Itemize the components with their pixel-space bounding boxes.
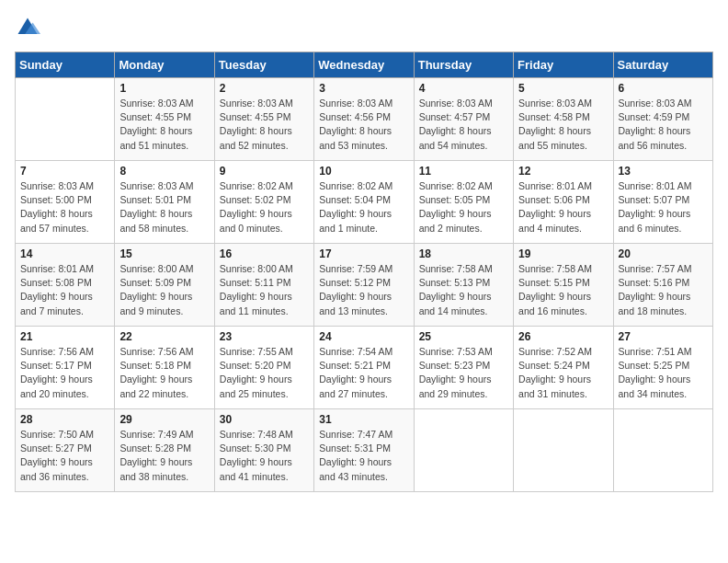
calendar-table: SundayMondayTuesdayWednesdayThursdayFrid…: [15, 52, 713, 492]
day-number: 12: [518, 165, 608, 178]
calendar-week-row: 14Sunrise: 8:01 AMSunset: 5:08 PMDayligh…: [16, 244, 713, 327]
day-info: Sunrise: 8:01 AMSunset: 5:08 PMDaylight:…: [20, 262, 109, 318]
calendar-cell: [414, 409, 513, 492]
day-info: Sunrise: 8:03 AMSunset: 4:57 PMDaylight:…: [419, 97, 508, 153]
day-info: Sunrise: 8:03 AMSunset: 5:01 PMDaylight:…: [119, 179, 209, 236]
calendar-cell: 12Sunrise: 8:01 AMSunset: 5:06 PMDayligh…: [514, 161, 613, 244]
calendar-cell: 13Sunrise: 8:01 AMSunset: 5:07 PMDayligh…: [613, 161, 712, 244]
day-info: Sunrise: 7:50 AMSunset: 5:27 PMDaylight:…: [20, 428, 109, 484]
calendar-cell: 2Sunrise: 8:03 AMSunset: 4:55 PMDaylight…: [214, 78, 313, 161]
day-number: 6: [619, 82, 708, 95]
day-number: 23: [220, 330, 309, 343]
day-number: 20: [619, 247, 708, 260]
day-info: Sunrise: 7:54 AMSunset: 5:21 PMDaylight:…: [319, 345, 408, 401]
day-number: 2: [220, 82, 309, 95]
day-info: Sunrise: 7:48 AMSunset: 5:30 PMDaylight:…: [220, 428, 309, 484]
day-of-week-header: Tuesday: [214, 52, 313, 78]
calendar-cell: 19Sunrise: 7:58 AMSunset: 5:15 PMDayligh…: [514, 244, 613, 327]
day-number: 8: [119, 165, 209, 178]
day-info: Sunrise: 8:01 AMSunset: 5:07 PMDaylight:…: [619, 179, 708, 236]
day-number: 25: [419, 330, 508, 343]
day-number: 26: [518, 330, 608, 343]
day-info: Sunrise: 8:00 AMSunset: 5:11 PMDaylight:…: [220, 262, 309, 318]
page-header: [15, 15, 713, 40]
calendar-cell: 1Sunrise: 8:03 AMSunset: 4:55 PMDaylight…: [115, 78, 214, 161]
day-info: Sunrise: 7:59 AMSunset: 5:12 PMDaylight:…: [319, 262, 408, 318]
calendar-cell: 24Sunrise: 7:54 AMSunset: 5:21 PMDayligh…: [314, 327, 414, 409]
calendar-cell: 9Sunrise: 8:02 AMSunset: 5:02 PMDaylight…: [214, 161, 313, 244]
day-number: 13: [619, 165, 708, 178]
day-number: 1: [119, 82, 209, 95]
calendar-cell: 3Sunrise: 8:03 AMSunset: 4:56 PMDaylight…: [314, 78, 414, 161]
day-of-week-header: Monday: [115, 52, 214, 78]
day-number: 14: [20, 247, 109, 260]
day-number: 27: [619, 330, 708, 343]
day-number: 31: [319, 413, 408, 426]
day-info: Sunrise: 8:03 AMSunset: 4:58 PMDaylight:…: [518, 97, 608, 153]
day-number: 4: [419, 82, 508, 95]
day-info: Sunrise: 8:02 AMSunset: 5:05 PMDaylight:…: [419, 179, 508, 236]
calendar-cell: 5Sunrise: 8:03 AMSunset: 4:58 PMDaylight…: [514, 78, 613, 161]
day-number: 10: [319, 165, 408, 178]
day-info: Sunrise: 7:51 AMSunset: 5:25 PMDaylight:…: [619, 345, 708, 401]
calendar-week-row: 28Sunrise: 7:50 AMSunset: 5:27 PMDayligh…: [16, 409, 713, 492]
day-number: 24: [319, 330, 408, 343]
calendar-cell: 26Sunrise: 7:52 AMSunset: 5:24 PMDayligh…: [514, 327, 613, 409]
calendar-cell: 15Sunrise: 8:00 AMSunset: 5:09 PMDayligh…: [115, 244, 214, 327]
day-info: Sunrise: 8:02 AMSunset: 5:04 PMDaylight:…: [319, 179, 408, 236]
calendar-cell: 31Sunrise: 7:47 AMSunset: 5:31 PMDayligh…: [314, 409, 414, 492]
calendar-cell: 11Sunrise: 8:02 AMSunset: 5:05 PMDayligh…: [414, 161, 513, 244]
day-number: 3: [319, 82, 408, 95]
day-info: Sunrise: 7:56 AMSunset: 5:17 PMDaylight:…: [20, 345, 109, 401]
calendar-cell: 29Sunrise: 7:49 AMSunset: 5:28 PMDayligh…: [115, 409, 214, 492]
calendar-cell: 17Sunrise: 7:59 AMSunset: 5:12 PMDayligh…: [314, 244, 414, 327]
day-info: Sunrise: 7:49 AMSunset: 5:28 PMDaylight:…: [119, 428, 209, 484]
calendar-week-row: 21Sunrise: 7:56 AMSunset: 5:17 PMDayligh…: [16, 327, 713, 409]
calendar-cell: 22Sunrise: 7:56 AMSunset: 5:18 PMDayligh…: [115, 327, 214, 409]
calendar-cell: 18Sunrise: 7:58 AMSunset: 5:13 PMDayligh…: [414, 244, 513, 327]
calendar-cell: 30Sunrise: 7:48 AMSunset: 5:30 PMDayligh…: [214, 409, 313, 492]
day-info: Sunrise: 8:03 AMSunset: 4:56 PMDaylight:…: [319, 97, 408, 153]
calendar-cell: 23Sunrise: 7:55 AMSunset: 5:20 PMDayligh…: [214, 327, 313, 409]
day-number: 7: [20, 165, 109, 178]
day-info: Sunrise: 7:47 AMSunset: 5:31 PMDaylight:…: [319, 428, 408, 484]
day-number: 18: [419, 247, 508, 260]
calendar-header-row: SundayMondayTuesdayWednesdayThursdayFrid…: [16, 52, 713, 78]
day-info: Sunrise: 7:52 AMSunset: 5:24 PMDaylight:…: [518, 345, 608, 401]
calendar-cell: 10Sunrise: 8:02 AMSunset: 5:04 PMDayligh…: [314, 161, 414, 244]
calendar-cell: 14Sunrise: 8:01 AMSunset: 5:08 PMDayligh…: [16, 244, 115, 327]
day-of-week-header: Saturday: [613, 52, 712, 78]
calendar-cell: [16, 78, 115, 161]
calendar-cell: 16Sunrise: 8:00 AMSunset: 5:11 PMDayligh…: [214, 244, 313, 327]
day-info: Sunrise: 8:00 AMSunset: 5:09 PMDaylight:…: [119, 262, 209, 318]
calendar-cell: 25Sunrise: 7:53 AMSunset: 5:23 PMDayligh…: [414, 327, 513, 409]
day-number: 21: [20, 330, 109, 343]
calendar-cell: 7Sunrise: 8:03 AMSunset: 5:00 PMDaylight…: [16, 161, 115, 244]
calendar-cell: 8Sunrise: 8:03 AMSunset: 5:01 PMDaylight…: [115, 161, 214, 244]
calendar-cell: [613, 409, 712, 492]
day-number: 5: [518, 82, 608, 95]
day-info: Sunrise: 7:56 AMSunset: 5:18 PMDaylight:…: [119, 345, 209, 401]
day-number: 19: [518, 247, 608, 260]
day-number: 30: [220, 413, 309, 426]
day-info: Sunrise: 7:58 AMSunset: 5:15 PMDaylight:…: [518, 262, 608, 318]
day-info: Sunrise: 8:03 AMSunset: 4:55 PMDaylight:…: [119, 97, 209, 153]
day-info: Sunrise: 7:53 AMSunset: 5:23 PMDaylight:…: [419, 345, 508, 401]
calendar-cell: 20Sunrise: 7:57 AMSunset: 5:16 PMDayligh…: [613, 244, 712, 327]
day-number: 29: [119, 413, 209, 426]
calendar-cell: 27Sunrise: 7:51 AMSunset: 5:25 PMDayligh…: [613, 327, 712, 409]
logo-icon: [15, 15, 40, 40]
day-of-week-header: Thursday: [414, 52, 513, 78]
calendar-cell: 4Sunrise: 8:03 AMSunset: 4:57 PMDaylight…: [414, 78, 513, 161]
calendar-week-row: 7Sunrise: 8:03 AMSunset: 5:00 PMDaylight…: [16, 161, 713, 244]
calendar-cell: 6Sunrise: 8:03 AMSunset: 4:59 PMDaylight…: [613, 78, 712, 161]
day-number: 28: [20, 413, 109, 426]
day-number: 22: [119, 330, 209, 343]
day-of-week-header: Wednesday: [314, 52, 414, 78]
day-of-week-header: Friday: [514, 52, 613, 78]
calendar-cell: 28Sunrise: 7:50 AMSunset: 5:27 PMDayligh…: [16, 409, 115, 492]
day-info: Sunrise: 7:57 AMSunset: 5:16 PMDaylight:…: [619, 262, 708, 318]
day-info: Sunrise: 7:55 AMSunset: 5:20 PMDaylight:…: [220, 345, 309, 401]
calendar-cell: [514, 409, 613, 492]
day-number: 11: [419, 165, 508, 178]
